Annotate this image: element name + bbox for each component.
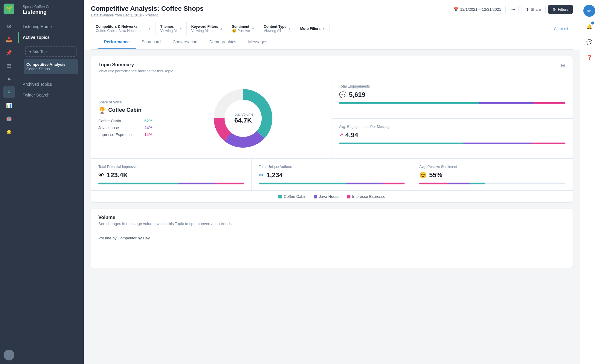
rail-icon-star[interactable]: ⭐	[3, 126, 15, 137]
share-of-voice-section: Share of Voice 🏆 Coffee Cabin Coffee Cab…	[91, 78, 332, 158]
trophy-icon: 🏆	[98, 107, 106, 114]
topic-summary-title-block: Topic Summary View key performance metri…	[98, 62, 174, 73]
sov-row-java-house: Java House 24%	[98, 126, 152, 130]
notifications-icon[interactable]: 🔔	[583, 20, 595, 32]
share-button[interactable]: ⬆ Share	[521, 5, 546, 14]
sov-pct-1: 24%	[144, 126, 152, 130]
filter-competitors[interactable]: Competitors & Networks Coffee Cabin, Jav…	[91, 22, 155, 35]
donut-center-value: 64.7K	[233, 117, 254, 124]
sov-pct-0: 62%	[144, 119, 152, 123]
topic-summary-card: Topic Summary View key performance metri…	[91, 56, 573, 203]
sov-name-0: Coffee Cabin	[98, 119, 121, 123]
sidebar-topic-competitive-analysis[interactable]: Competitive Analysis Coffee Shops	[24, 59, 78, 74]
legend-java-house: Java House	[314, 194, 340, 199]
chart-legend: Coffee Cabin Java House Impresso Espress…	[91, 190, 573, 202]
metric-impressions: Total Potential Impressions 👁 123.4K	[91, 159, 252, 190]
rail-icon-send[interactable]: ➤	[3, 73, 15, 85]
filter-keyword[interactable]: Keyword Filters Viewing All ▾	[187, 22, 227, 35]
help-icon[interactable]: ❓	[583, 51, 595, 63]
filter-themes[interactable]: Themes Viewing All ▾	[155, 22, 187, 35]
user-avatar[interactable]	[4, 350, 14, 360]
metric-value-row: 👁 123.4K	[98, 171, 244, 179]
tab-messages[interactable]: Messages	[242, 35, 273, 49]
filter-icon: ⚙	[553, 7, 556, 12]
table-view-icon[interactable]: ⊞	[561, 62, 565, 69]
sidebar-item-twitter-search[interactable]: Twitter Search	[18, 90, 84, 100]
rail-icon-list[interactable]: ☰	[3, 60, 15, 72]
calendar-icon: 📅	[454, 7, 458, 12]
legend-dot-coffee-cabin	[278, 195, 282, 198]
sov-info: Share of Voice 🏆 Coffee Cabin Coffee Cab…	[98, 100, 152, 137]
edit-button[interactable]: ✏	[583, 5, 595, 17]
share-label: Share	[531, 7, 541, 12]
sov-row-coffee-cabin: Coffee Cabin 62%	[98, 119, 152, 123]
filter-keyword-label: Keyword Filters	[191, 25, 218, 29]
rail-icon-inbox[interactable]: 📥	[3, 33, 15, 45]
filter-sentiment-value: 😊 Positive	[232, 29, 250, 33]
filters-button[interactable]: ⚙ Filters	[548, 5, 573, 14]
clear-filters-button[interactable]: Clear all	[549, 24, 573, 33]
volume-filter-label: Volume by Competitor by Day	[91, 232, 573, 244]
legend-coffee-cabin: Coffee Cabin	[278, 194, 306, 199]
volume-chart-placeholder	[91, 244, 573, 268]
page-header-top: Competitive Analysis: Coffee Shops Data …	[91, 5, 573, 17]
date-range-button[interactable]: 📅 12/1/2021 – 12/31/2021	[449, 5, 506, 14]
filter-sentiment[interactable]: Sentiment 😊 Positive ▾	[227, 22, 259, 35]
filter-keyword-value: Viewing All	[191, 29, 218, 33]
right-panel: ✏ 🔔 💬 ❓	[580, 0, 598, 364]
metric-avg-engagements: Avg. Engagements Per Message ↗ 4.94	[332, 119, 573, 159]
sidebar-item-active-topics[interactable]: Active Topics	[18, 32, 84, 43]
topic-summary-header: Topic Summary View key performance metri…	[91, 56, 573, 78]
chat-icon[interactable]: 💬	[583, 36, 595, 48]
filter-sentiment-label: Sentiment	[232, 25, 250, 29]
dots-icon: •••	[511, 7, 515, 12]
chevron-down-icon: ▾	[180, 27, 181, 30]
tab-demographics[interactable]: Demographics	[203, 35, 242, 49]
sidebar-brand: Sprout Coffee Co. Listening	[18, 5, 84, 21]
product-name: Listening	[23, 9, 79, 15]
authors-progress-bar	[259, 183, 405, 184]
sov-name-2: Impresso Espresso	[98, 132, 132, 137]
metric-label: Avg. Positive Sentiment	[419, 165, 565, 169]
metric-value-row: ✏ 1,234	[259, 171, 405, 179]
add-topic-button[interactable]: + Add Topic	[25, 46, 77, 57]
company-name: Sprout Coffee Co.	[23, 5, 79, 9]
sidebar-item-listening-home[interactable]: Listening Home	[18, 21, 84, 32]
page-header: Competitive Analysis: Coffee Shops Data …	[84, 0, 580, 50]
donut-container: Total Volume 64.7K	[210, 85, 276, 151]
tab-scorecard[interactable]: Scorecard	[136, 35, 167, 49]
filter-more[interactable]: More Filters ▾	[295, 24, 329, 33]
legend-label-java-house: Java House	[319, 194, 340, 199]
filter-content-type-label: Content Type	[264, 25, 286, 29]
tabs-bar: Performance Scorecard Conversation Demog…	[91, 35, 573, 50]
filter-bar: Competitors & Networks Coffee Cabin, Jav…	[91, 22, 573, 35]
volume-subtitle: See changes in message volume within thi…	[98, 221, 565, 226]
app-logo: 🌱	[4, 4, 14, 14]
rail-icon-social[interactable]: 🤖	[3, 112, 15, 124]
icon-rail: 🌱 ✉ 📥 📌 ☰ ➤ 🎙 📊 🤖 ⭐	[0, 0, 18, 364]
filter-themes-label: Themes	[160, 25, 178, 29]
metric-label: Total Unique Authors	[259, 165, 405, 169]
metric-label: Total Engagements	[339, 84, 565, 88]
sidebar-item-label: Listening Home	[23, 24, 52, 29]
filter-content-type[interactable]: Content Type Viewing All ▾	[259, 22, 295, 35]
more-options-button[interactable]: •••	[508, 5, 519, 14]
rail-icon-analytics[interactable]: 📊	[3, 99, 15, 111]
rail-icon-listening[interactable]: 🎙	[3, 86, 15, 98]
add-topic-label: + Add Topic	[29, 49, 49, 54]
sov-row-impresso: Impresso Espresso 14%	[98, 132, 152, 137]
metric-unique-authors: Total Unique Authors ✏ 1,234	[252, 159, 412, 190]
topic-summary-subtitle: View key performance metrics for this To…	[98, 69, 174, 73]
sidebar-item-label: Twitter Search	[23, 93, 49, 97]
sidebar-item-archived-topics[interactable]: Archived Topics	[18, 79, 84, 90]
rail-icon-pin[interactable]: 📌	[3, 47, 15, 59]
filter-themes-value: Viewing All	[160, 29, 178, 33]
sov-pct-2: 14%	[144, 132, 152, 137]
rail-icon-messages[interactable]: ✉	[3, 20, 15, 32]
tab-conversation[interactable]: Conversation	[167, 35, 203, 49]
tab-performance[interactable]: Performance	[98, 35, 136, 49]
sentiment-progress-bar	[419, 183, 565, 184]
metrics-right: Total Engagements 💬 5,619 Avg. Engagemen	[332, 78, 573, 158]
chevron-down-icon: ▾	[221, 27, 222, 30]
sidebar-item-label: Active Topics	[23, 35, 50, 40]
